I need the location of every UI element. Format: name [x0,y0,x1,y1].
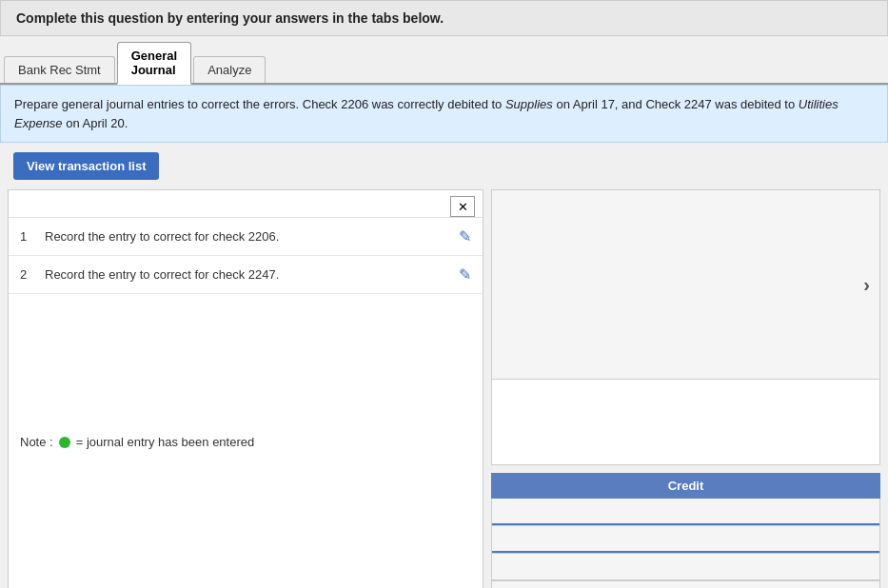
entry-label-1: Record the entry to correct for check 22… [45,229,449,244]
entry-row-2: 2 Record the entry to correct for check … [9,256,483,294]
edit-icon-2[interactable]: ✎ [459,265,471,284]
tab-general-journal[interactable]: GeneralJournal [117,42,191,85]
credit-input-2[interactable] [492,526,879,553]
entry-label-2: Record the entry to correct for check 22… [45,267,449,282]
note-row: Note : = journal entry has been entered [9,427,483,457]
credit-input-row-3 [492,554,879,581]
edit-icon-1[interactable]: ✎ [459,227,471,245]
green-dot-icon [59,437,70,448]
tab-bank-rec[interactable]: Bank Rec Stmt [4,56,115,83]
view-transaction-list-button[interactable]: View transaction list [13,152,159,180]
right-panel: › Credit [491,189,888,588]
left-panel: ✕ 1 Record the entry to correct for chec… [8,189,483,588]
credit-input-3[interactable] [492,554,879,580]
entry-num-2: 2 [20,267,35,282]
note-prefix: Note : [20,435,53,449]
credit-header: Credit [491,473,880,499]
right-middle-panel [491,380,880,465]
credit-input-row-1 [492,499,879,526]
grid-icon[interactable]: ✕ [450,196,475,217]
credit-inputs [491,499,880,588]
credit-input-row-2 [492,526,879,554]
credit-section: Credit [491,473,880,588]
info-box: Prepare general journal entries to corre… [0,85,888,143]
entry-num-1: 1 [20,229,35,244]
credit-input-4[interactable] [492,581,879,588]
grid-icon-row: ✕ [9,190,483,218]
chevron-right-icon[interactable]: › [863,274,870,296]
credit-input-row-4 [492,581,879,588]
right-top-panel: › [491,189,880,380]
tabs-bar: Bank Rec Stmt GeneralJournal Analyze [0,36,888,85]
main-content: ✕ 1 Record the entry to correct for chec… [0,189,888,588]
tab-analyze[interactable]: Analyze [193,56,266,83]
top-banner: Complete this question by entering your … [0,0,888,36]
note-label: = journal entry has been entered [76,435,255,449]
entry-row-1: 1 Record the entry to correct for check … [9,218,483,256]
credit-input-1[interactable] [492,499,879,525]
